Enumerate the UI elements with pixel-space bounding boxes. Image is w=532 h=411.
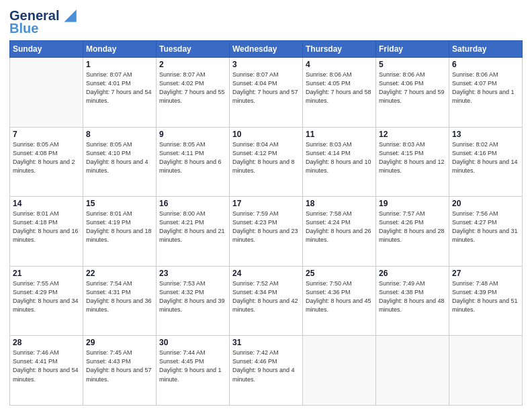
day-number: 2 [159, 60, 226, 69]
day-number: 5 [379, 60, 446, 69]
calendar-cell: 5Sunrise: 8:06 AM Sunset: 4:06 PM Daylig… [376, 58, 449, 128]
day-number: 10 [232, 130, 300, 139]
day-info: Sunrise: 8:05 AM Sunset: 4:11 PM Dayligh… [159, 140, 226, 175]
day-number: 8 [86, 130, 153, 139]
day-number: 23 [159, 269, 226, 278]
calendar-cell: 13Sunrise: 8:02 AM Sunset: 4:16 PM Dayli… [449, 127, 523, 197]
calendar-cell [303, 336, 376, 406]
calendar-cell: 12Sunrise: 8:03 AM Sunset: 4:15 PM Dayli… [376, 127, 449, 197]
day-info: Sunrise: 8:03 AM Sunset: 4:15 PM Dayligh… [379, 140, 446, 175]
calendar-cell [449, 336, 523, 406]
day-number: 13 [452, 130, 519, 139]
day-number: 19 [379, 199, 446, 208]
calendar-cell: 24Sunrise: 7:52 AM Sunset: 4:34 PM Dayli… [230, 266, 303, 336]
col-header-thursday: Thursday [303, 41, 376, 58]
calendar-cell: 29Sunrise: 7:45 AM Sunset: 4:43 PM Dayli… [83, 336, 157, 406]
day-number: 16 [159, 199, 226, 208]
day-info: Sunrise: 7:44 AM Sunset: 4:45 PM Dayligh… [159, 349, 226, 383]
day-info: Sunrise: 8:06 AM Sunset: 4:07 PM Dayligh… [452, 71, 519, 105]
day-number: 17 [232, 199, 300, 208]
col-header-saturday: Saturday [449, 41, 523, 58]
day-info: Sunrise: 8:06 AM Sunset: 4:05 PM Dayligh… [306, 71, 373, 105]
day-info: Sunrise: 7:54 AM Sunset: 4:31 PM Dayligh… [86, 279, 153, 314]
calendar-week-3: 21Sunrise: 7:55 AM Sunset: 4:29 PM Dayli… [10, 266, 523, 336]
day-info: Sunrise: 7:42 AM Sunset: 4:46 PM Dayligh… [232, 349, 300, 383]
col-header-tuesday: Tuesday [157, 41, 230, 58]
day-info: Sunrise: 7:56 AM Sunset: 4:27 PM Dayligh… [452, 210, 519, 244]
calendar-cell: 26Sunrise: 7:49 AM Sunset: 4:38 PM Dayli… [376, 266, 449, 336]
day-info: Sunrise: 7:45 AM Sunset: 4:43 PM Dayligh… [86, 349, 153, 383]
calendar-cell: 31Sunrise: 7:42 AM Sunset: 4:46 PM Dayli… [230, 336, 303, 406]
day-number: 24 [232, 269, 300, 278]
day-info: Sunrise: 8:07 AM Sunset: 4:01 PM Dayligh… [86, 71, 153, 105]
day-number: 3 [232, 60, 300, 69]
day-info: Sunrise: 8:02 AM Sunset: 4:16 PM Dayligh… [452, 140, 519, 175]
day-info: Sunrise: 7:57 AM Sunset: 4:26 PM Dayligh… [379, 210, 446, 244]
day-info: Sunrise: 8:01 AM Sunset: 4:19 PM Dayligh… [86, 210, 153, 244]
day-number: 18 [306, 199, 373, 208]
day-info: Sunrise: 8:00 AM Sunset: 4:21 PM Dayligh… [159, 210, 226, 244]
calendar-cell [10, 58, 83, 128]
logo-blue: Blue [9, 21, 38, 35]
page-header: General ◢ Blue [9, 8, 523, 35]
day-info: Sunrise: 8:04 AM Sunset: 4:12 PM Dayligh… [232, 140, 300, 175]
day-number: 28 [13, 338, 80, 347]
calendar-week-1: 7Sunrise: 8:05 AM Sunset: 4:08 PM Daylig… [10, 127, 523, 197]
day-number: 29 [86, 338, 153, 347]
calendar-cell: 6Sunrise: 8:06 AM Sunset: 4:07 PM Daylig… [449, 58, 523, 128]
day-number: 1 [86, 60, 153, 69]
day-number: 30 [159, 338, 226, 347]
calendar-week-4: 28Sunrise: 7:46 AM Sunset: 4:41 PM Dayli… [10, 336, 523, 406]
calendar-table: SundayMondayTuesdayWednesdayThursdayFrid… [9, 40, 523, 406]
day-info: Sunrise: 8:03 AM Sunset: 4:14 PM Dayligh… [306, 140, 373, 175]
calendar-cell: 20Sunrise: 7:56 AM Sunset: 4:27 PM Dayli… [449, 197, 523, 267]
day-number: 21 [13, 269, 80, 278]
col-header-monday: Monday [83, 41, 157, 58]
calendar-week-0: 1Sunrise: 8:07 AM Sunset: 4:01 PM Daylig… [10, 58, 523, 128]
day-number: 27 [452, 269, 519, 278]
day-number: 4 [306, 60, 373, 69]
day-number: 31 [232, 338, 300, 347]
logo: General ◢ Blue [9, 8, 76, 35]
calendar-cell: 10Sunrise: 8:04 AM Sunset: 4:12 PM Dayli… [230, 127, 303, 197]
calendar-cell: 15Sunrise: 8:01 AM Sunset: 4:19 PM Dayli… [83, 197, 157, 267]
col-header-sunday: Sunday [10, 41, 83, 58]
calendar-cell: 17Sunrise: 7:59 AM Sunset: 4:23 PM Dayli… [230, 197, 303, 267]
day-info: Sunrise: 7:48 AM Sunset: 4:39 PM Dayligh… [452, 279, 519, 314]
day-number: 12 [379, 130, 446, 139]
calendar-cell: 2Sunrise: 8:07 AM Sunset: 4:02 PM Daylig… [157, 58, 230, 128]
day-number: 22 [86, 269, 153, 278]
day-info: Sunrise: 7:53 AM Sunset: 4:32 PM Dayligh… [159, 279, 226, 314]
day-number: 26 [379, 269, 446, 278]
day-info: Sunrise: 8:07 AM Sunset: 4:04 PM Dayligh… [232, 71, 300, 105]
day-info: Sunrise: 7:46 AM Sunset: 4:41 PM Dayligh… [13, 349, 80, 383]
day-info: Sunrise: 7:58 AM Sunset: 4:24 PM Dayligh… [306, 210, 373, 244]
day-info: Sunrise: 8:05 AM Sunset: 4:08 PM Dayligh… [13, 140, 80, 175]
calendar-cell: 19Sunrise: 7:57 AM Sunset: 4:26 PM Dayli… [376, 197, 449, 267]
day-info: Sunrise: 7:52 AM Sunset: 4:34 PM Dayligh… [232, 279, 300, 314]
calendar-cell: 7Sunrise: 8:05 AM Sunset: 4:08 PM Daylig… [10, 127, 83, 197]
day-number: 11 [306, 130, 373, 139]
day-info: Sunrise: 8:01 AM Sunset: 4:18 PM Dayligh… [13, 210, 80, 244]
day-number: 9 [159, 130, 226, 139]
calendar-cell: 21Sunrise: 7:55 AM Sunset: 4:29 PM Dayli… [10, 266, 83, 336]
calendar-cell: 9Sunrise: 8:05 AM Sunset: 4:11 PM Daylig… [157, 127, 230, 197]
calendar-cell: 18Sunrise: 7:58 AM Sunset: 4:24 PM Dayli… [303, 197, 376, 267]
day-number: 20 [452, 199, 519, 208]
day-info: Sunrise: 7:49 AM Sunset: 4:38 PM Dayligh… [379, 279, 446, 314]
day-info: Sunrise: 8:05 AM Sunset: 4:10 PM Dayligh… [86, 140, 153, 175]
calendar-cell: 1Sunrise: 8:07 AM Sunset: 4:01 PM Daylig… [83, 58, 157, 128]
calendar-week-2: 14Sunrise: 8:01 AM Sunset: 4:18 PM Dayli… [10, 197, 523, 267]
calendar-cell: 22Sunrise: 7:54 AM Sunset: 4:31 PM Dayli… [83, 266, 157, 336]
calendar-cell: 25Sunrise: 7:50 AM Sunset: 4:36 PM Dayli… [303, 266, 376, 336]
day-info: Sunrise: 7:59 AM Sunset: 4:23 PM Dayligh… [232, 210, 300, 244]
calendar-cell: 28Sunrise: 7:46 AM Sunset: 4:41 PM Dayli… [10, 336, 83, 406]
calendar-cell: 4Sunrise: 8:06 AM Sunset: 4:05 PM Daylig… [303, 58, 376, 128]
calendar-cell: 23Sunrise: 7:53 AM Sunset: 4:32 PM Dayli… [157, 266, 230, 336]
calendar-cell: 14Sunrise: 8:01 AM Sunset: 4:18 PM Dayli… [10, 197, 83, 267]
day-number: 7 [13, 130, 80, 139]
calendar-cell: 30Sunrise: 7:44 AM Sunset: 4:45 PM Dayli… [157, 336, 230, 406]
day-info: Sunrise: 8:07 AM Sunset: 4:02 PM Dayligh… [159, 71, 226, 105]
calendar-cell: 16Sunrise: 8:00 AM Sunset: 4:21 PM Dayli… [157, 197, 230, 267]
calendar-cell [376, 336, 449, 406]
